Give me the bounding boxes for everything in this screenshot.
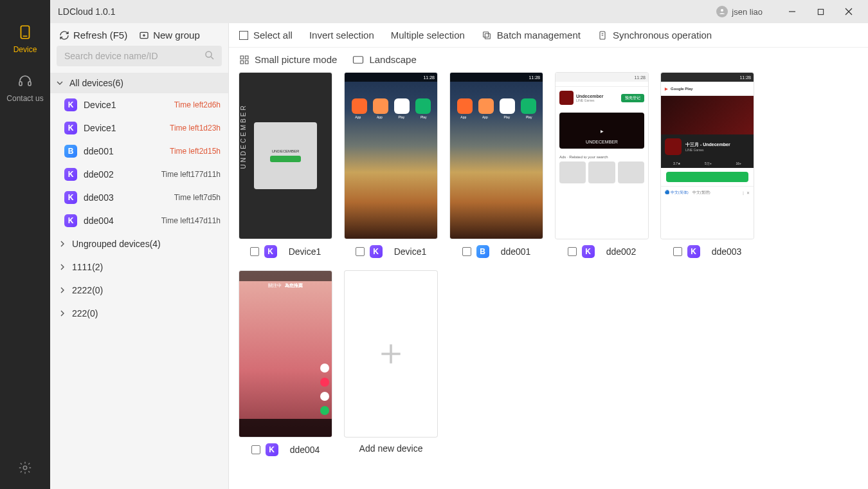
device-checkbox[interactable] [356,247,365,256]
window-minimize[interactable] [778,0,806,23]
title-bar: LDCloud 1.0.1 jsen liao [50,0,868,23]
device-badge-icon: K [64,191,77,204]
search-input[interactable] [57,46,222,66]
device-name-label: Device1 [84,100,174,110]
svg-rect-3 [28,82,31,86]
group-label: 2222(0) [72,285,103,295]
device-thumbnail[interactable]: UNDECEMBERUNDECEMBER [239,73,332,239]
headset-icon [16,72,34,90]
device-group[interactable]: Ungrouped devices(4) [50,232,228,255]
device-checkbox[interactable] [568,247,577,256]
device-card[interactable]: 11:28 AppAppPlayPlay B dde001 [450,73,543,258]
app-title: LDCloud 1.0.1 [58,6,116,17]
device-card-label: Device1 [289,246,321,257]
device-card[interactable]: 11:28 🔒 play.google.com ▶Google Play 十三月… [661,73,754,258]
time-left-label: Time left177d11h [161,170,221,179]
landscape-icon [352,55,364,64]
chevron-right-icon [59,310,67,317]
new-group-label: New group [153,30,200,41]
device-thumbnail[interactable]: 11:28 AppAppPlayPlay [450,73,543,239]
device-badge-icon: K [64,168,77,181]
device-group[interactable]: 2222(0) [50,279,228,302]
multiple-selection-button[interactable]: Multiple selection [391,30,465,41]
checkbox-icon [239,31,248,40]
svg-rect-22 [240,60,244,64]
device-list-item[interactable]: K dde004 Time left147d11h [50,209,228,232]
svg-rect-21 [245,56,248,59]
avatar-icon [716,6,728,17]
group-label: 222(0) [72,308,98,318]
svg-rect-23 [245,60,248,64]
device-card[interactable]: 11:28 AppAppPlayPlay K Device1 [345,73,437,258]
device-badge-icon: B [64,145,77,158]
add-device-thumbnail[interactable] [345,271,437,437]
new-group-button[interactable]: New group [139,30,200,41]
sidebar: Refresh (F5) New group [50,23,229,489]
toolbar-primary: Select all Invert selection Multiple sel… [229,23,868,48]
search-icon [204,50,215,61]
group-label: 1111(2) [72,262,103,272]
device-checkbox[interactable] [673,247,682,256]
user-account[interactable]: jsen liao [716,6,763,17]
batch-management-button[interactable]: Batch management [482,30,581,41]
sync-icon [597,30,608,41]
svg-point-13 [206,51,212,57]
window-close[interactable] [835,0,863,23]
sync-operation-button[interactable]: Synchronous operation [597,30,712,41]
svg-rect-7 [818,9,823,14]
device-card-label: Device1 [394,246,427,257]
add-device-label: Add new device [359,443,423,454]
device-badge-icon: B [476,245,489,258]
refresh-button[interactable]: Refresh (F5) [59,30,127,41]
select-all-button[interactable]: Select all [239,30,293,41]
device-list-item[interactable]: K Device1 Time left2d6h [50,93,228,116]
device-card[interactable]: UNDECEMBERUNDECEMBER K Device1 [239,73,332,258]
add-device-card[interactable]: Add new device [345,271,437,456]
invert-selection-button[interactable]: Invert selection [309,30,374,41]
device-name-label: Device1 [84,123,170,133]
device-thumbnail[interactable]: 11:28 🔒 play.google.com ▶Google Play 十三月… [661,73,754,239]
device-badge-icon: K [64,122,77,134]
device-group[interactable]: 222(0) [50,302,228,325]
all-devices-group[interactable]: All devices(6) [50,73,228,93]
device-list-item[interactable]: B dde001 Time left2d15h [50,140,228,163]
device-badge-icon: K [64,214,77,227]
device-group[interactable]: 1111(2) [50,255,228,279]
device-list-item[interactable]: K dde003 Time left7d5h [50,186,228,209]
time-left-label: Time left2d6h [174,100,221,109]
content-area: Select all Invert selection Multiple sel… [229,23,868,489]
chevron-right-icon [59,241,67,247]
small-picture-mode-button[interactable]: Small picture mode [239,54,337,65]
device-card-label: dde004 [290,445,320,455]
device-name-label: dde004 [84,216,161,226]
device-thumbnail[interactable]: 關注中 為您推薦 [239,271,332,437]
device-name-label: dde001 [84,146,170,156]
device-card[interactable]: 關注中 為您推薦 K dde004 [239,271,332,456]
svg-rect-16 [485,33,490,39]
chevron-down-icon [57,80,64,86]
device-checkbox[interactable] [250,247,259,256]
device-thumbnail[interactable]: 11:28 ←undecember UndecemberLINE Games 预… [556,73,648,239]
device-checkbox[interactable] [462,247,471,256]
chevron-right-icon [59,287,67,293]
window-maximize[interactable] [806,0,835,23]
device-list-item[interactable]: K Device1 Time left1d23h [50,116,228,140]
svg-rect-1 [23,35,28,37]
time-left-label: Time left7d5h [174,193,221,202]
device-checkbox[interactable] [251,445,260,454]
device-badge-icon: K [687,245,700,258]
nav-device[interactable]: Device [14,23,37,54]
time-left-label: Time left147d11h [161,216,221,225]
device-card[interactable]: 11:28 ←undecember UndecemberLINE Games 预… [556,73,648,258]
landscape-button[interactable]: Landscape [352,54,416,65]
refresh-label: Refresh (F5) [73,30,127,41]
device-badge-icon: K [264,245,277,258]
device-list-item[interactable]: K dde002 Time left177d11h [50,163,228,186]
device-thumbnail[interactable]: 11:28 AppAppPlayPlay [345,73,437,239]
maximize-icon [817,8,824,15]
nav-contact[interactable]: Contact us [6,72,43,103]
all-devices-label: All devices(6) [69,78,123,88]
settings-button[interactable] [18,461,32,475]
device-badge-icon: K [582,245,595,258]
svg-rect-24 [354,56,363,63]
